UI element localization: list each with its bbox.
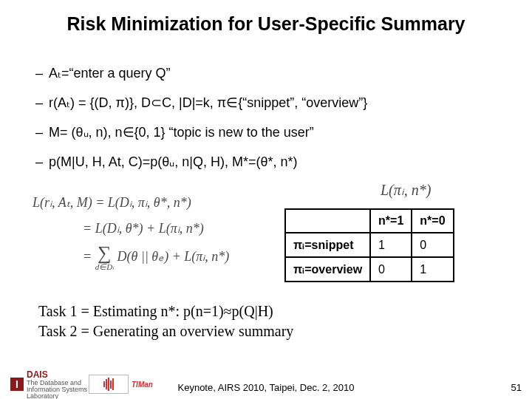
task-line: Task 1 = Estimating n*: p(n=1)≈p(Q|H) — [38, 301, 293, 321]
table-row-header: πᵢ=overview — [285, 257, 370, 282]
slide-title: Risk Minimization for User-Specific Summ… — [0, 13, 532, 35]
bullet-text: Aₜ=“enter a query Q” — [49, 65, 171, 81]
bullet-text: r(Aₜ) = {(D, π)}, D⊂C, |D|=k, π∈{“snippe… — [49, 95, 367, 111]
equation-block: L(rᵢ, Aₜ, M) = L(Dᵢ, πᵢ, θ*, n*) = L(Dᵢ,… — [33, 192, 254, 271]
table-cell: 1 — [370, 233, 412, 257]
equation-line: = ∑ d∈Dᵢ D(θ || θₑ) + L(πᵢ, n*) — [33, 244, 254, 271]
footer-text: Keynote, AIRS 2010, Taipei, Dec. 2, 2010 — [0, 382, 532, 393]
table-cell: 0 — [412, 233, 453, 257]
table-row-header: πᵢ=snippet — [285, 233, 370, 257]
equation-line: L(rᵢ, Aₜ, M) = L(Dᵢ, πᵢ, θ*, n*) — [33, 192, 254, 214]
table-header-blank — [285, 209, 370, 233]
table-cell: 1 — [412, 257, 453, 282]
eq-suffix: D(θ || θₑ) + L(πᵢ, n*) — [117, 248, 230, 263]
loss-table: n*=1 n*=0 πᵢ=snippet 1 0 πᵢ=overview 0 1 — [284, 208, 454, 282]
bullet-dash: – — [35, 154, 43, 170]
equation-line: = L(Dᵢ, θ*) + L(πᵢ, n*) — [33, 218, 254, 239]
table-cell: 0 — [370, 257, 412, 282]
bullet-item: – Aₜ=“enter a query Q” — [35, 65, 502, 81]
bullet-text: M= (θᵤ, n), n∈{0, 1} “topic is new to th… — [49, 124, 314, 140]
table-header: n*=0 — [412, 209, 453, 233]
task-line: Task 2 = Generating an overview summary — [38, 321, 293, 341]
bullet-text: p(M|U, H, At, C)=p(θᵤ, n|Q, H), M*=(θ*, … — [49, 154, 297, 170]
sum-operator: ∑ d∈Dᵢ — [95, 244, 114, 271]
equation-tail: L(πᵢ, n*) — [381, 181, 431, 199]
page-number: 51 — [511, 382, 522, 393]
table-header: n*=1 — [370, 209, 412, 233]
bullet-dash: – — [35, 125, 43, 140]
tasks-block: Task 1 = Estimating n*: p(n=1)≈p(Q|H) Ta… — [38, 301, 293, 341]
table-row: πᵢ=overview 0 1 — [285, 257, 454, 282]
table-row: πᵢ=snippet 1 0 — [285, 233, 454, 257]
bullet-dash: – — [35, 95, 43, 111]
bullet-list: – Aₜ=“enter a query Q” – r(Aₜ) = {(D, π)… — [35, 65, 502, 183]
bullet-item: – M= (θᵤ, n), n∈{0, 1} “topic is new to … — [35, 124, 502, 140]
bullet-item: – r(Aₜ) = {(D, π)}, D⊂C, |D|=k, π∈{“snip… — [35, 95, 502, 111]
sigma-icon: ∑ — [98, 242, 112, 264]
bullet-item: – p(M|U, H, At, C)=p(θᵤ, n|Q, H), M*=(θ*… — [35, 154, 502, 170]
bullet-dash: – — [35, 66, 43, 81]
eq-prefix: = — [83, 248, 95, 263]
logo-word: DAIS — [27, 369, 93, 380]
sum-bot: d∈Dᵢ — [95, 263, 114, 271]
